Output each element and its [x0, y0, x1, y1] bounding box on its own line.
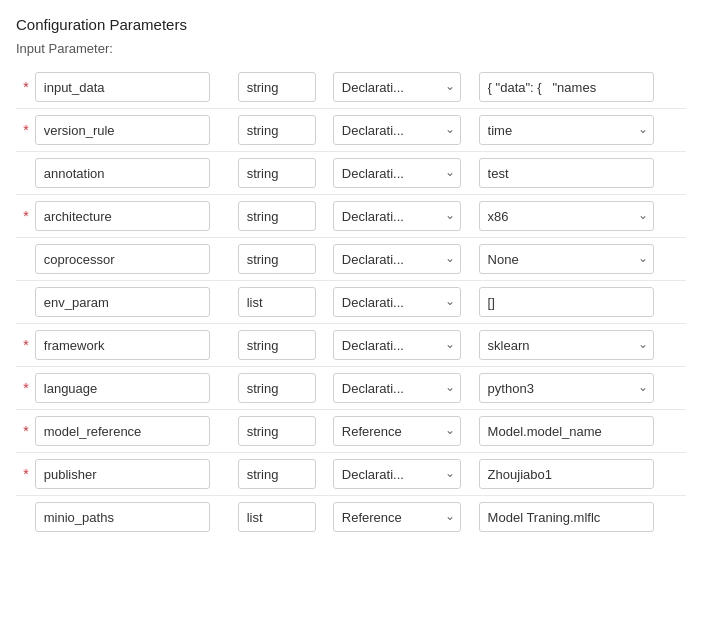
param-value-cell: sklearn	[475, 324, 686, 367]
param-type-input[interactable]	[238, 158, 316, 188]
param-name-input[interactable]	[35, 287, 210, 317]
param-source-cell: Declarati...Reference	[329, 109, 475, 152]
param-value-cell	[475, 281, 686, 324]
source-select-wrapper: Declarati...Reference	[333, 201, 461, 231]
param-name-cell	[31, 324, 234, 367]
param-name-cell	[31, 66, 234, 109]
source-select[interactable]: Declarati...Reference	[333, 244, 461, 274]
param-name-input[interactable]	[35, 416, 210, 446]
required-indicator: *	[16, 109, 31, 152]
table-row: *Declarati...Reference	[16, 66, 686, 109]
param-name-cell	[31, 109, 234, 152]
value-text-input[interactable]	[479, 502, 654, 532]
param-type-input[interactable]	[238, 459, 316, 489]
source-select[interactable]: Declarati...Reference	[333, 72, 461, 102]
required-indicator	[16, 238, 31, 281]
param-type-input[interactable]	[238, 72, 316, 102]
required-indicator: *	[16, 195, 31, 238]
source-select[interactable]: Declarati...Reference	[333, 416, 461, 446]
value-text-input[interactable]	[479, 72, 654, 102]
source-select-wrapper: Declarati...Reference	[333, 287, 461, 317]
table-row: *Declarati...Referencetime	[16, 109, 686, 152]
param-value-cell	[475, 410, 686, 453]
source-select-wrapper: Declarati...Reference	[333, 158, 461, 188]
value-select[interactable]: python3	[479, 373, 654, 403]
param-name-input[interactable]	[35, 330, 210, 360]
param-source-cell: Declarati...Reference	[329, 281, 475, 324]
param-source-cell: Declarati...Reference	[329, 367, 475, 410]
param-name-input[interactable]	[35, 459, 210, 489]
param-name-input[interactable]	[35, 115, 210, 145]
value-select[interactable]: time	[479, 115, 654, 145]
param-value-cell: time	[475, 109, 686, 152]
param-name-input[interactable]	[35, 158, 210, 188]
table-row: Declarati...Reference	[16, 496, 686, 539]
value-select[interactable]: x86	[479, 201, 654, 231]
required-indicator	[16, 281, 31, 324]
value-text-input[interactable]	[479, 459, 654, 489]
param-name-cell	[31, 496, 234, 539]
param-value-cell	[475, 496, 686, 539]
param-name-input[interactable]	[35, 244, 210, 274]
source-select[interactable]: Declarati...Reference	[333, 373, 461, 403]
param-source-cell: Declarati...Reference	[329, 453, 475, 496]
source-select[interactable]: Declarati...Reference	[333, 330, 461, 360]
param-type-cell	[234, 195, 329, 238]
param-source-cell: Declarati...Reference	[329, 410, 475, 453]
value-text-input[interactable]	[479, 416, 654, 446]
source-select[interactable]: Declarati...Reference	[333, 287, 461, 317]
param-type-input[interactable]	[238, 502, 316, 532]
value-select-wrapper: None	[479, 244, 654, 274]
param-name-input[interactable]	[35, 72, 210, 102]
source-select[interactable]: Declarati...Reference	[333, 459, 461, 489]
value-select-wrapper: time	[479, 115, 654, 145]
param-name-input[interactable]	[35, 502, 210, 532]
param-name-cell	[31, 367, 234, 410]
value-text-input[interactable]	[479, 287, 654, 317]
param-type-cell	[234, 238, 329, 281]
param-type-cell	[234, 66, 329, 109]
source-select[interactable]: Declarati...Reference	[333, 115, 461, 145]
source-select-wrapper: Declarati...Reference	[333, 72, 461, 102]
required-indicator: *	[16, 324, 31, 367]
param-source-cell: Declarati...Reference	[329, 238, 475, 281]
source-select[interactable]: Declarati...Reference	[333, 201, 461, 231]
param-name-cell	[31, 238, 234, 281]
source-select-wrapper: Declarati...Reference	[333, 115, 461, 145]
param-name-input[interactable]	[35, 201, 210, 231]
param-type-cell	[234, 281, 329, 324]
param-value-cell: None	[475, 238, 686, 281]
param-type-input[interactable]	[238, 330, 316, 360]
source-select[interactable]: Declarati...Reference	[333, 502, 461, 532]
param-source-cell: Declarati...Reference	[329, 324, 475, 367]
value-select[interactable]: sklearn	[479, 330, 654, 360]
param-type-input[interactable]	[238, 115, 316, 145]
param-type-input[interactable]	[238, 244, 316, 274]
param-type-cell	[234, 109, 329, 152]
param-type-input[interactable]	[238, 373, 316, 403]
param-type-cell	[234, 496, 329, 539]
required-indicator: *	[16, 453, 31, 496]
required-indicator	[16, 496, 31, 539]
param-source-cell: Declarati...Reference	[329, 152, 475, 195]
required-indicator	[16, 152, 31, 195]
table-row: *Declarati...Referencex86	[16, 195, 686, 238]
param-name-cell	[31, 195, 234, 238]
table-row: *Declarati...Reference	[16, 410, 686, 453]
value-select[interactable]: None	[479, 244, 654, 274]
source-select[interactable]: Declarati...Reference	[333, 158, 461, 188]
param-type-cell	[234, 453, 329, 496]
table-row: *Declarati...Referencepython3	[16, 367, 686, 410]
value-select-wrapper: python3	[479, 373, 654, 403]
table-row: *Declarati...Reference	[16, 453, 686, 496]
value-text-input[interactable]	[479, 158, 654, 188]
param-name-cell	[31, 410, 234, 453]
param-type-input[interactable]	[238, 287, 316, 317]
param-type-input[interactable]	[238, 416, 316, 446]
source-select-wrapper: Declarati...Reference	[333, 459, 461, 489]
param-name-input[interactable]	[35, 373, 210, 403]
param-name-cell	[31, 453, 234, 496]
param-name-cell	[31, 281, 234, 324]
param-type-input[interactable]	[238, 201, 316, 231]
param-value-cell	[475, 453, 686, 496]
